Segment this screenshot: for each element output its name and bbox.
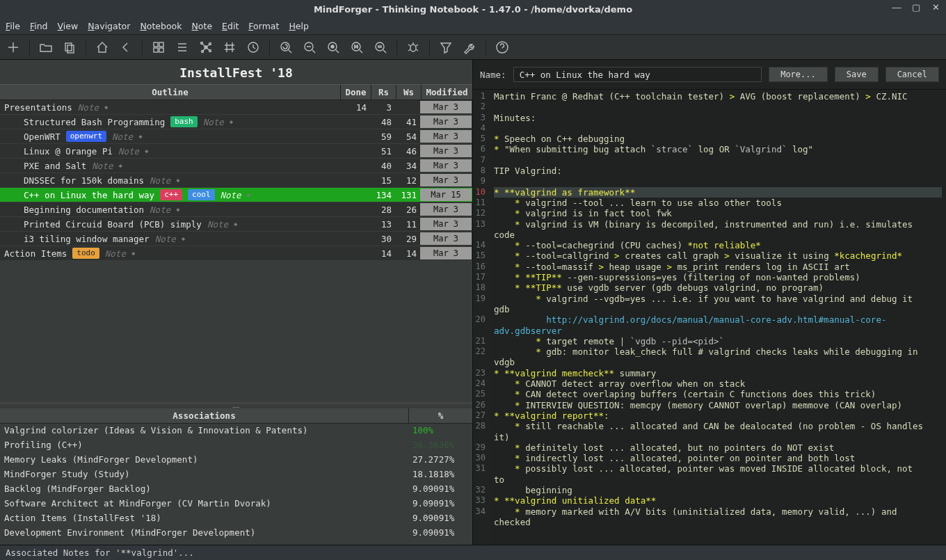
save-button[interactable]: Save xyxy=(835,67,879,82)
assoc-row[interactable]: Action Items (InstallFest '18)9.09091% xyxy=(0,511,472,526)
name-label: Name: xyxy=(480,70,506,80)
col-assoc[interactable]: Associations xyxy=(0,408,408,423)
svg-point-15 xyxy=(352,42,360,51)
assoc-row[interactable]: Development Environment (MindForger Deve… xyxy=(0,526,472,541)
zoom-eq-icon[interactable] xyxy=(371,38,390,56)
toolbar xyxy=(0,35,946,60)
svg-point-16 xyxy=(376,42,384,51)
zoom-ast-icon[interactable] xyxy=(324,38,342,56)
outline-row[interactable]: Beginning documentationNote◆2826Mar 3 xyxy=(0,202,472,217)
tag-bash: bash xyxy=(170,116,198,127)
svg-point-12 xyxy=(281,42,289,51)
titlebar: MindForger - Thinking Notebook - 1.47.0 … xyxy=(0,0,946,18)
grid-icon[interactable] xyxy=(150,38,168,56)
col-outline[interactable]: Outline xyxy=(0,85,340,99)
zoom-min-icon[interactable] xyxy=(300,38,319,56)
svg-rect-4 xyxy=(154,48,158,52)
col-pct[interactable]: % xyxy=(408,408,472,423)
name-input[interactable] xyxy=(513,67,762,82)
col-ws[interactable]: Ws xyxy=(396,85,421,99)
tag-todo: todo xyxy=(72,248,99,259)
recent-icon[interactable] xyxy=(244,38,262,56)
assoc-row[interactable]: Software Architect at MindForger (CV Mar… xyxy=(0,497,472,511)
assoc-rows: Valgrind colorizer (Ideas & Vision & Inn… xyxy=(0,424,472,541)
menubar: FileFindViewNavigatorNotebookNoteEditFor… xyxy=(0,18,946,35)
assoc-header: Associations % xyxy=(0,408,472,424)
zoom-spiral-icon[interactable] xyxy=(277,38,295,56)
open-folder-icon[interactable] xyxy=(37,38,55,56)
help-icon[interactable] xyxy=(493,38,511,56)
assoc-row[interactable]: MindForger Study (Study)18.1818% xyxy=(0,467,472,482)
more-button[interactable]: More... xyxy=(769,67,828,82)
back-icon[interactable] xyxy=(117,38,135,56)
outline-row[interactable]: OpenWRTopenwrtNote◆5954Mar 3 xyxy=(0,129,472,144)
col-modified[interactable]: Modified xyxy=(421,85,472,99)
status-text: Associated Notes for '**valgrind'... xyxy=(6,547,194,558)
outline-row[interactable]: Action ItemstodoNote◆1414Mar 3 xyxy=(0,246,472,261)
assoc-row[interactable]: Valgrind colorizer (Ideas & Vision & Inn… xyxy=(0,424,472,438)
editor[interactable]: 12345678910111213 141516171819 20 2122 2… xyxy=(473,89,946,545)
svg-rect-3 xyxy=(159,42,163,47)
menu-format[interactable]: Format xyxy=(248,21,279,31)
close-button[interactable]: ✕ xyxy=(931,3,940,13)
assoc-row[interactable]: Profiling (C++)36.3636% xyxy=(0,438,472,453)
menu-edit[interactable]: Edit xyxy=(222,21,239,31)
page-title: InstallFest '18 xyxy=(0,60,472,84)
new-icon[interactable] xyxy=(4,38,22,56)
outline-row[interactable]: Linux @ Orange PiNote◆5146Mar 3 xyxy=(0,144,472,159)
bug-icon[interactable] xyxy=(404,38,422,56)
zoom-hash-icon[interactable] xyxy=(348,38,366,56)
menu-file[interactable]: File xyxy=(6,21,20,31)
col-rs[interactable]: Rs xyxy=(371,85,396,99)
outline-row[interactable]: PXE and SaltNote◆4034Mar 3 xyxy=(0,159,472,173)
menu-navigator[interactable]: Navigator xyxy=(88,21,130,31)
list-icon[interactable] xyxy=(173,38,191,56)
filter-icon[interactable] xyxy=(437,38,455,56)
svg-rect-1 xyxy=(67,45,74,53)
outline-header: Outline Done Rs Ws Modified xyxy=(0,84,472,100)
outline-row[interactable]: i3 tiling window managerNote◆3029Mar 3 xyxy=(0,232,472,246)
assoc-row[interactable]: Backlog (MindForger Backlog)9.09091% xyxy=(0,482,472,497)
outline-rows: PresentationsNote◆143Mar 3Structured Bas… xyxy=(0,100,472,261)
outline-row[interactable]: Structured Bash ProgrammingbashNote◆4841… xyxy=(0,115,472,129)
hash-icon[interactable] xyxy=(221,38,239,56)
svg-rect-5 xyxy=(159,48,163,52)
menu-find[interactable]: Find xyxy=(30,21,48,31)
outline-row[interactable]: PresentationsNote◆143Mar 3 xyxy=(0,100,472,115)
menu-notebook[interactable]: Notebook xyxy=(140,21,182,31)
outline-row[interactable]: Printed Circuid Board (PCB) simplyNote◆1… xyxy=(0,217,472,232)
cancel-button[interactable]: Cancel xyxy=(885,67,939,82)
minimize-button[interactable]: — xyxy=(892,3,901,13)
menu-view[interactable]: View xyxy=(58,21,79,31)
graph-icon[interactable] xyxy=(197,38,215,56)
col-done[interactable]: Done xyxy=(340,85,371,99)
window-title: MindForger - Thinking Notebook - 1.47.0 … xyxy=(314,4,632,15)
tag-cool: cool xyxy=(188,189,215,200)
assoc-row[interactable]: Memory Leaks (MindForger Development)27.… xyxy=(0,453,472,467)
svg-rect-0 xyxy=(65,43,72,51)
menu-help[interactable]: Help xyxy=(289,21,309,31)
copy-icon[interactable] xyxy=(61,38,79,56)
menu-note[interactable]: Note xyxy=(191,21,212,31)
outline-row[interactable]: DNSSEC for 150k domainsNote◆1512Mar 3 xyxy=(0,173,472,188)
home-icon[interactable] xyxy=(93,38,111,56)
outline-row[interactable]: C++ on Linux the hard wayc++coolNote◆134… xyxy=(0,188,472,202)
maximize-button[interactable]: ▢ xyxy=(911,3,921,13)
statusbar: Associated Notes for '**valgrind'... xyxy=(0,545,946,560)
tag-openwrt: openwrt xyxy=(66,131,106,142)
tag-c++: c++ xyxy=(160,189,182,200)
svg-rect-2 xyxy=(154,42,158,47)
tools-icon[interactable] xyxy=(460,38,479,56)
svg-point-17 xyxy=(410,45,416,51)
